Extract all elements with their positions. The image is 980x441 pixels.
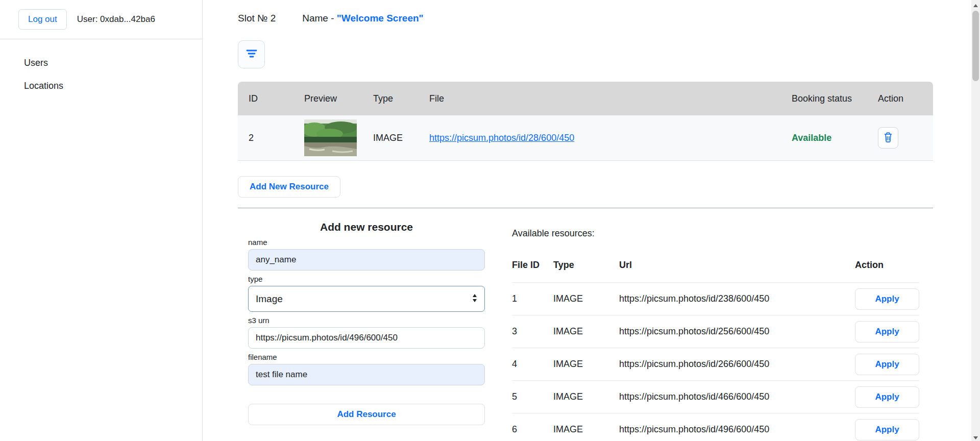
available-row: 1IMAGEhttps://picsum.photos/id/238/600/4… — [512, 283, 919, 315]
status-badge: Available — [792, 133, 831, 143]
name-input[interactable] — [248, 249, 485, 271]
scrollbar-thumb[interactable] — [972, 11, 979, 81]
available-action-cell: Apply — [855, 419, 919, 440]
filter-button[interactable] — [238, 40, 265, 68]
available-file-id: 1 — [512, 293, 553, 304]
available-resources-section: Available resources: File ID Type Url Ac… — [512, 228, 919, 441]
type-select-value: Image — [256, 293, 283, 305]
column-header-action: Action — [878, 93, 933, 104]
scrollbar[interactable] — [971, 0, 980, 441]
available-table-header-row: File ID Type Url Action — [512, 258, 919, 283]
available-action-cell: Apply — [855, 321, 919, 342]
filename-label: filename — [248, 353, 485, 362]
name-label: name — [248, 238, 485, 247]
column-header-booking-status: Booking status — [792, 93, 878, 104]
logout-button[interactable]: Log out — [18, 9, 67, 30]
available-file-id: 5 — [512, 391, 553, 402]
sidebar-nav: Users Locations — [0, 39, 202, 97]
sidebar: Log out User: 0xdab...42ba6 Users Locati… — [0, 0, 203, 441]
available-row: 3IMAGEhttps://picsum.photos/id/256/600/4… — [512, 315, 919, 348]
table-row: 2 — [238, 115, 933, 161]
s3-urn-input[interactable] — [248, 327, 485, 349]
type-label: type — [248, 275, 485, 284]
up-down-arrows-icon — [472, 293, 477, 305]
column-header-id: ID — [238, 93, 304, 104]
column-header-url: Url — [619, 258, 855, 272]
filename-input[interactable] — [248, 364, 485, 385]
available-action-cell: Apply — [855, 354, 919, 375]
apply-button[interactable]: Apply — [855, 354, 919, 375]
form-title: Add new resource — [248, 220, 485, 234]
available-file-id: 3 — [512, 326, 553, 337]
column-header-file-id: File ID — [512, 258, 553, 272]
available-table-body: 1IMAGEhttps://picsum.photos/id/238/600/4… — [512, 283, 919, 441]
delete-resource-button[interactable] — [878, 127, 898, 149]
slot-name-prefix: Name - — [302, 13, 337, 23]
column-header-type: Type — [373, 93, 429, 104]
available-action-cell: Apply — [855, 288, 919, 310]
column-header-type: Type — [553, 258, 619, 272]
available-type: IMAGE — [553, 391, 619, 402]
available-url: https://picsum.photos/id/266/600/450 — [619, 359, 855, 370]
apply-button[interactable]: Apply — [855, 288, 919, 310]
scroll-down-button[interactable] — [971, 432, 980, 441]
slot-name-value: "Welcome Screen" — [337, 13, 424, 23]
resource-id: 2 — [238, 133, 304, 143]
available-type: IMAGE — [553, 359, 619, 370]
available-row: 4IMAGEhttps://picsum.photos/id/266/600/4… — [512, 348, 919, 381]
sidebar-item-users[interactable]: Users — [0, 52, 202, 75]
slot-name-label: Name - "Welcome Screen" — [302, 13, 423, 24]
available-url: https://picsum.photos/id/238/600/450 — [619, 293, 855, 304]
available-file-id: 4 — [512, 359, 553, 370]
arrow-down-icon — [973, 432, 978, 441]
available-row: 5IMAGEhttps://picsum.photos/id/466/600/4… — [512, 381, 919, 413]
s3-urn-label: s3 urn — [248, 316, 485, 325]
main-content: Slot № 2 Name - "Welcome Screen" ID — [203, 0, 971, 441]
resource-type: IMAGE — [373, 133, 429, 143]
trash-icon — [883, 132, 893, 144]
available-resources-title: Available resources: — [512, 228, 919, 239]
sidebar-header: Log out User: 0xdab...42ba6 — [0, 0, 202, 39]
slot-table-header-row: ID Preview Type File Booking status Acti… — [238, 82, 933, 115]
type-select[interactable]: Image — [248, 286, 485, 312]
available-url: https://picsum.photos/id/496/600/450 — [619, 424, 855, 435]
column-header-preview: Preview — [304, 93, 373, 104]
slot-number-label: Slot № 2 — [238, 13, 276, 24]
user-label: User: 0xdab...42ba6 — [77, 14, 155, 24]
apply-button[interactable]: Apply — [855, 419, 919, 440]
available-type: IMAGE — [553, 424, 619, 435]
available-row: 6IMAGEhttps://picsum.photos/id/496/600/4… — [512, 413, 919, 441]
scroll-up-button[interactable] — [971, 0, 980, 9]
available-type: IMAGE — [553, 293, 619, 304]
arrow-up-icon — [973, 0, 978, 9]
add-new-resource-button[interactable]: Add New Resource — [238, 176, 340, 198]
available-file-id: 6 — [512, 424, 553, 435]
apply-button[interactable]: Apply — [855, 321, 919, 342]
file-link[interactable]: https://picsum.photos/id/28/600/450 — [429, 133, 574, 143]
add-resource-form: Add new resource name type Image s3 urn — [248, 220, 485, 425]
apply-button[interactable]: Apply — [855, 386, 919, 408]
add-resource-submit-button[interactable]: Add Resource — [248, 404, 485, 425]
column-header-file: File — [429, 93, 792, 104]
available-url: https://picsum.photos/id/256/600/450 — [619, 326, 855, 337]
column-header-action: Action — [855, 258, 919, 272]
sidebar-item-locations[interactable]: Locations — [0, 75, 202, 97]
available-url: https://picsum.photos/id/466/600/450 — [619, 391, 855, 402]
filter-lines-icon — [245, 48, 258, 61]
preview-image — [304, 119, 373, 156]
slot-header: Slot № 2 Name - "Welcome Screen" — [238, 0, 933, 24]
slot-resources-table: ID Preview Type File Booking status Acti… — [238, 82, 933, 161]
resource-preview-cell — [304, 119, 373, 156]
available-action-cell: Apply — [855, 386, 919, 408]
available-type: IMAGE — [553, 326, 619, 337]
